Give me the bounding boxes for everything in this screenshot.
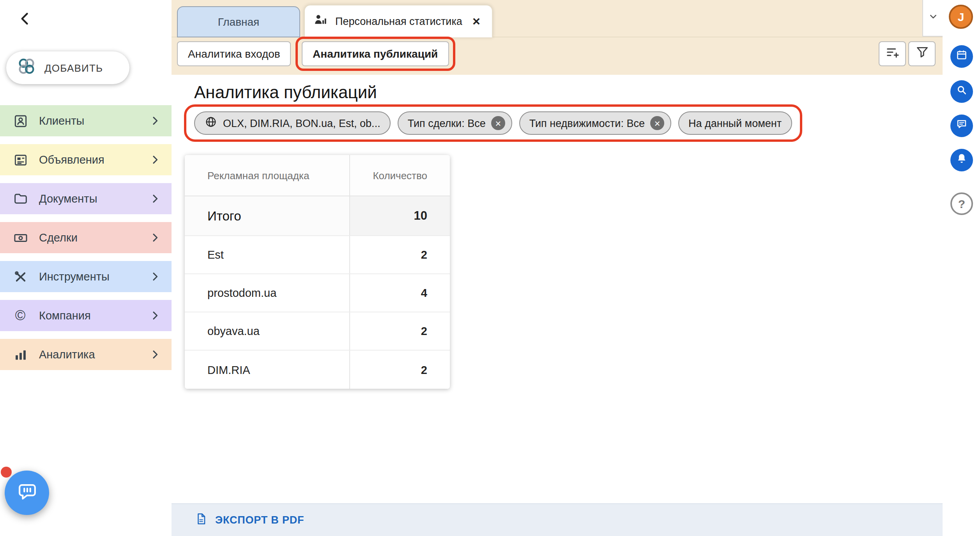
user-avatar[interactable]: J: [949, 5, 973, 29]
chevron-right-icon: [148, 153, 162, 167]
sidebar-item-label: Компания: [39, 309, 138, 322]
back-button[interactable]: [14, 9, 36, 31]
id-badge-icon: [12, 112, 29, 129]
row-value: 10: [350, 196, 450, 235]
subtab-publications-analytics[interactable]: Аналитика публикаций: [302, 41, 449, 66]
filter-button[interactable]: [908, 41, 936, 66]
notification-dot: [1, 467, 12, 478]
tab-home[interactable]: Главная: [177, 6, 300, 37]
chevron-right-icon: [148, 114, 162, 128]
banknote-icon: [12, 229, 29, 246]
chevron-right-icon: [148, 347, 162, 361]
sidebar-item-company[interactable]: © Компания: [0, 300, 172, 331]
add-button[interactable]: ДОБАВИТЬ: [6, 51, 129, 84]
copyright-icon: ©: [12, 307, 29, 324]
row-name: DIM.RIA: [185, 351, 350, 389]
table-row: obyava.ua 2: [185, 312, 450, 351]
filter-chip-platforms[interactable]: OLX, DIM.RIA, BON.ua, Est, ob...: [194, 111, 391, 135]
funnel-icon: [914, 44, 930, 63]
filter-chip-deal-type[interactable]: Тип сделки: Все ×: [398, 111, 512, 135]
chevron-right-icon: [148, 309, 162, 323]
page-title: Аналитика публикаций: [194, 83, 377, 103]
sidebar-item-clients[interactable]: Клиенты: [0, 105, 172, 136]
tab-home-label: Главная: [218, 16, 260, 28]
add-button-label: ДОБАВИТЬ: [44, 62, 103, 74]
chevron-right-icon: [148, 192, 162, 206]
calendar-button[interactable]: [950, 45, 973, 68]
globe-icon: [204, 115, 218, 131]
notifications-button[interactable]: [950, 149, 973, 171]
column-header-platform: Рекламная площадка: [185, 155, 350, 196]
filter-chip-label: Тип недвижимости: Все: [529, 117, 645, 129]
calendar-icon: [955, 48, 968, 65]
app-window: ДОБАВИТЬ Клиенты Объявления: [0, 0, 980, 536]
row-value: 2: [350, 312, 450, 350]
remove-filter-icon[interactable]: ×: [650, 116, 664, 130]
row-value: 2: [350, 351, 450, 389]
filter-chip-period[interactable]: На данный момент: [678, 111, 792, 135]
row-value: 2: [350, 236, 450, 273]
pdf-file-icon: [194, 511, 208, 529]
filter-chip-property-type[interactable]: Тип недвижимости: Все ×: [519, 111, 671, 135]
person-stats-icon: [313, 12, 328, 30]
question-mark-icon: ?: [958, 197, 965, 210]
chevron-down-icon: [927, 10, 939, 26]
sidebar-item-label: Клиенты: [39, 115, 138, 127]
row-name: Итого: [185, 196, 350, 235]
export-pdf-link[interactable]: ЭКСПОРТ В PDF: [172, 503, 943, 536]
publications-table: Рекламная площадка Количество Итого 10 E…: [185, 155, 450, 389]
row-name: prostodom.ua: [185, 274, 350, 312]
row-value: 4: [350, 274, 450, 312]
search-button[interactable]: [950, 80, 973, 103]
filter-chip-label: На данный момент: [688, 117, 782, 129]
sidebar-item-label: Инструменты: [39, 270, 138, 283]
table-header-row: Рекламная площадка Количество: [185, 155, 450, 196]
help-button[interactable]: ?: [950, 192, 973, 215]
sidebar-item-label: Объявления: [39, 153, 138, 166]
bell-icon: [955, 152, 968, 168]
tab-personal-statistics[interactable]: Персональная статистика ×: [304, 5, 493, 37]
sidebar-item-tools[interactable]: Инструменты: [0, 261, 172, 292]
bar-chart-icon: [12, 346, 29, 363]
table-row: Est 2: [185, 236, 450, 274]
chevron-left-icon: [16, 10, 34, 30]
chevron-right-icon: [148, 270, 162, 284]
row-name: obyava.ua: [185, 312, 350, 350]
tools-icon: [12, 268, 29, 285]
sidebar-item-analytics[interactable]: Аналитика: [0, 339, 172, 370]
sidebar-item-label: Сделки: [39, 231, 138, 244]
sidebar: ДОБАВИТЬ Клиенты Объявления: [0, 0, 172, 536]
annotation-highlight-publications: Аналитика публикаций: [295, 37, 455, 71]
tab-overflow-button[interactable]: [922, 0, 943, 37]
close-tab-icon[interactable]: ×: [469, 14, 483, 28]
folder-icon: [12, 190, 29, 207]
sidebar-item-label: Документы: [39, 192, 138, 205]
messages-button[interactable]: [950, 115, 973, 137]
search-icon: [955, 83, 968, 100]
chat-icon: [955, 118, 968, 134]
table-row-total: Итого 10: [185, 196, 450, 236]
app-logo-icon: [16, 56, 37, 79]
table-row: prostodom.ua 4: [185, 274, 450, 312]
newspaper-icon: [12, 151, 29, 168]
remove-filter-icon[interactable]: ×: [491, 116, 505, 130]
filter-chip-label: Тип сделки: Все: [408, 117, 486, 129]
annotation-highlight-filters: OLX, DIM.RIA, BON.ua, Est, ob... Тип сде…: [184, 104, 802, 142]
export-pdf-label: ЭКСПОРТ В PDF: [215, 514, 304, 526]
chat-bubble-icon: [16, 480, 38, 505]
subtab-logins-analytics[interactable]: Аналитика входов: [177, 41, 291, 66]
filter-chip-label: OLX, DIM.RIA, BON.ua, Est, ob...: [223, 117, 380, 129]
filter-add-icon: [884, 44, 900, 63]
chat-fab-button[interactable]: [5, 471, 49, 515]
column-header-count: Количество: [350, 155, 450, 196]
sidebar-item-label: Аналитика: [39, 348, 138, 361]
table-row: DIM.RIA 2: [185, 351, 450, 389]
sidebar-item-listings[interactable]: Объявления: [0, 144, 172, 175]
sidebar-item-documents[interactable]: Документы: [0, 183, 172, 214]
tab-active-label: Персональная статистика: [335, 16, 462, 27]
row-name: Est: [185, 236, 350, 273]
add-filter-button[interactable]: [879, 41, 906, 66]
sidebar-menu: Клиенты Объявления Документы: [0, 105, 172, 378]
chevron-right-icon: [148, 231, 162, 245]
sidebar-item-deals[interactable]: Сделки: [0, 222, 172, 253]
